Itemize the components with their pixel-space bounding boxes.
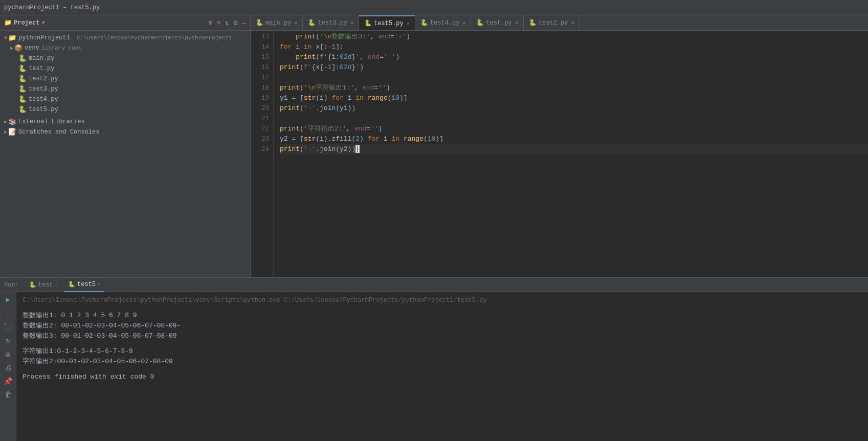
code-line-20: print('-'.join(y1)) (280, 103, 868, 114)
stop-button[interactable]: ⬛ (3, 321, 13, 332)
tab-label-test5: test5.py (374, 20, 404, 27)
code-line-17 (280, 73, 868, 83)
tree-label-root: pythonProject1 C:\Users\lenovo\PycharmPr… (18, 34, 232, 41)
tree-item-test[interactable]: 🐍 test.py (0, 63, 250, 74)
code-line-21 (280, 114, 868, 124)
tree-label-test2: test2.py (29, 75, 58, 82)
tab-icon-test3: 🐍 (308, 19, 316, 27)
tab-close-test[interactable]: ✕ (515, 20, 518, 26)
tab-test2[interactable]: 🐍 test2.py ✕ (524, 15, 580, 31)
tree-label-test: test.py (29, 65, 54, 72)
collapse-icon[interactable]: ≡ (216, 19, 220, 27)
tree-item-test2[interactable]: 🐍 test2.py (0, 74, 250, 84)
main-area: 📁 Project ▼ ⊕ ≡ ⇅ ⚙ — ▼ 📁 pythonProject1… (0, 15, 868, 277)
py-icon-main: 🐍 (18, 54, 27, 62)
tree-item-root[interactable]: ▼ 📁 pythonProject1 C:\Users\lenovo\Pycha… (0, 33, 250, 43)
tree-item-main[interactable]: 🐍 main.py (0, 53, 250, 63)
bottom-tab-test[interactable]: 🐍 test ✕ (25, 278, 62, 292)
tree-label-external: External Libraries (18, 118, 85, 125)
editor-area: 🐍 main.py ✕ 🐍 test3.py ✕ 🐍 test5.py ✕ 🐍 … (251, 15, 868, 277)
sidebar: 📁 Project ▼ ⊕ ≡ ⇅ ⚙ — ▼ 📁 pythonProject1… (0, 15, 251, 277)
tree-item-test5[interactable]: 🐍 test5.py (0, 104, 250, 115)
code-line-16: print(f'{x[-1]:02d}') (280, 62, 868, 73)
terminal-output-4: 字符输出1:0-1-2-3-4-5-6-7-8-9 (23, 346, 862, 357)
tab-close-test4[interactable]: ✕ (462, 20, 465, 26)
terminal-output[interactable]: C:\Users\lenovo\PycharmProjects\pythonPr… (16, 292, 868, 441)
expand-arrow-external: ▶ (4, 119, 7, 125)
tree-item-scratches[interactable]: ▶ 📝 Scratches and Consoles (0, 127, 250, 137)
tree-item-external[interactable]: ▶ 📚 External Libraries (0, 117, 250, 127)
gear-icon[interactable]: ⚙ (233, 18, 237, 27)
terminal-output-6: Process finished with exit code 0 (23, 372, 862, 382)
bottom-tab-close-test[interactable]: ✕ (55, 282, 58, 288)
run-button[interactable]: ▶ (5, 294, 11, 305)
tree-label-test3: test3.py (29, 85, 58, 93)
project-path: C:\Users\lenovo\PycharmProjects\pythonPr… (77, 35, 232, 41)
project-tree: ▼ 📁 pythonProject1 C:\Users\lenovo\Pycha… (0, 31, 250, 277)
py-icon-test3: 🐍 (18, 85, 27, 93)
bottom-panel: Run: 🐍 test ✕ 🐍 test5 ✕ ▶ ↑ ⬛ ↻ ▤ 🖨 📌 🗑 … (0, 277, 868, 441)
tab-icon-test4: 🐍 (420, 19, 428, 27)
py-icon-test2: 🐍 (18, 75, 27, 83)
tab-close-test5[interactable]: ✕ (407, 20, 410, 27)
code-line-24: print('-'.join(y2))| (280, 144, 868, 155)
tab-main[interactable]: 🐍 main.py ✕ (251, 15, 303, 31)
tree-item-venv[interactable]: ▶ 📦 venv library root (0, 43, 250, 53)
line-numbers: 13 14 15 16 17 18 19 20 21 22 23 24 (251, 31, 274, 277)
terminal-output-1: 整数输出1: 0 1 2 3 4 5 6 7 8 9 (23, 311, 862, 321)
dropdown-icon[interactable]: ▼ (41, 20, 45, 26)
venv-icon: 📦 (14, 44, 23, 52)
trash-button[interactable]: 🗑 (4, 390, 13, 400)
terminal-output-3: 整数输出3: 00-01-02-03-04-05-06-07-08-09 (23, 331, 862, 341)
tab-test[interactable]: 🐍 test.py ✕ (471, 15, 523, 31)
bottom-tab-label-test: test (38, 281, 53, 289)
code-line-19: y1 = [str(i) for i in range(10)] (280, 93, 868, 103)
tab-icon-test5: 🐍 (364, 19, 372, 27)
options-icon[interactable]: ⇅ (225, 18, 229, 27)
folder-icon-root: 📁 (8, 34, 16, 42)
expand-arrow-root: ▼ (4, 35, 7, 41)
coverage-button[interactable]: ▤ (5, 349, 11, 360)
run-label: Run: (4, 281, 19, 289)
bottom-tab-close-test5[interactable]: ✕ (98, 281, 100, 287)
window-title: pycharmProject1 – test5.py (4, 4, 100, 11)
run-icon-test: 🐍 (29, 281, 36, 288)
editor-content[interactable]: 13 14 15 16 17 18 19 20 21 22 23 24 prin… (251, 31, 868, 277)
tab-test3[interactable]: 🐍 test3.py ✕ (303, 15, 359, 31)
tab-label-test4: test4.py (430, 19, 460, 27)
terminal-blank-2 (23, 341, 862, 346)
minimize-icon[interactable]: — (242, 19, 246, 27)
pin-button[interactable]: 📌 (3, 376, 13, 387)
tree-item-test4[interactable]: 🐍 test4.py (0, 94, 250, 104)
scroll-up-button[interactable]: ↑ (5, 308, 11, 318)
tab-icon-main: 🐍 (256, 19, 263, 27)
tab-close-main[interactable]: ✕ (294, 20, 297, 26)
tab-close-test3[interactable]: ✕ (350, 20, 353, 26)
scratches-icon: 📝 (8, 128, 16, 136)
tab-test4[interactable]: 🐍 test4.py ✕ (415, 15, 472, 31)
run-sidebar: ▶ ↑ ⬛ ↻ ▤ 🖨 📌 🗑 (0, 292, 16, 441)
tab-test5[interactable]: 🐍 test5.py ✕ (359, 15, 415, 31)
sidebar-actions: ⊕ ≡ ⇅ ⚙ — (208, 18, 246, 27)
tree-label-venv: venv (25, 45, 39, 52)
tabs-bar: 🐍 main.py ✕ 🐍 test3.py ✕ 🐍 test5.py ✕ 🐍 … (251, 15, 868, 31)
tab-close-test2[interactable]: ✕ (571, 20, 574, 26)
py-icon-test: 🐍 (18, 64, 27, 73)
terminal-blank-3 (23, 367, 862, 372)
bottom-tab-test5[interactable]: 🐍 test5 ✕ (64, 278, 104, 292)
tab-label-test2: test2.py (539, 19, 568, 27)
expand-arrow-venv: ▶ (10, 45, 13, 51)
tree-label-main: main.py (29, 55, 54, 62)
locate-icon[interactable]: ⊕ (208, 18, 212, 27)
print-button[interactable]: 🖨 (4, 363, 13, 373)
sidebar-title: 📁 Project ▼ (4, 19, 45, 27)
py-icon-test4: 🐍 (18, 95, 27, 103)
code-editor[interactable]: print('\n整数输出3:', end='-') for i in x[:-… (274, 31, 868, 277)
tree-item-test3[interactable]: 🐍 test3.py (0, 84, 250, 94)
rerun-button[interactable]: ↻ (5, 335, 11, 346)
code-line-13: print('\n整数输出3:', end='-') (280, 32, 868, 42)
tree-label-scratches: Scratches and Consoles (18, 128, 99, 136)
expand-arrow-scratches: ▶ (4, 129, 7, 135)
code-line-18: print('\n字符输出1:', end='') (280, 83, 868, 93)
code-line-22: print('字符输出2:', end='') (280, 124, 868, 134)
